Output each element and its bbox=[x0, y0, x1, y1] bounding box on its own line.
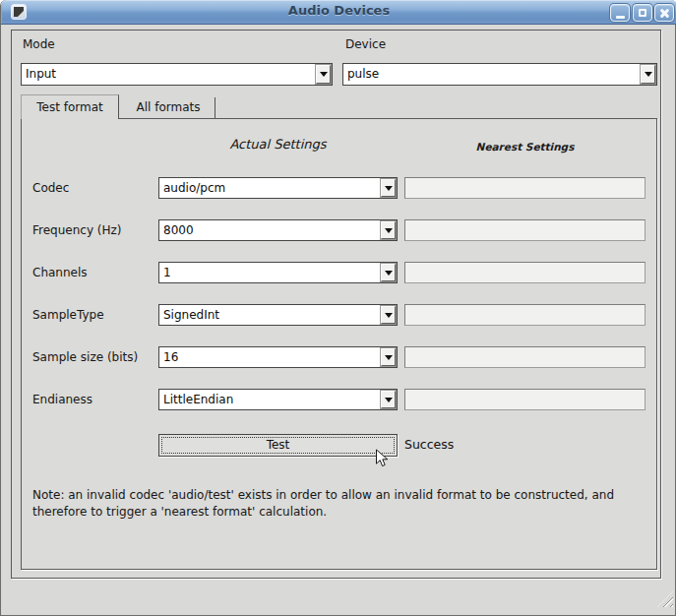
device-label: Device bbox=[345, 37, 386, 51]
codec-label: Codec bbox=[32, 181, 69, 195]
maximize-button[interactable] bbox=[633, 4, 652, 22]
test-button[interactable]: Test bbox=[158, 434, 398, 457]
device-select-value: pulse bbox=[347, 64, 638, 85]
test-button-label: Test bbox=[267, 438, 290, 452]
window-title: Audio Devices bbox=[1, 3, 676, 18]
titlebar[interactable]: Audio Devices bbox=[1, 0, 676, 25]
sampletype-nearest-field bbox=[404, 304, 645, 326]
samplesize-select-dropdown-button[interactable] bbox=[381, 348, 396, 366]
dropdown-arrow-icon bbox=[385, 355, 393, 360]
codec-nearest-field bbox=[404, 177, 645, 199]
samplesize-label: Sample size (bits) bbox=[32, 350, 138, 364]
channels-select[interactable]: 1 bbox=[158, 262, 398, 283]
codec-row: Codec audio/pcm bbox=[22, 177, 656, 200]
content-frame: Mode Device Input pulse Test format All … bbox=[11, 30, 661, 579]
endianess-select-dropdown-button[interactable] bbox=[381, 391, 396, 408]
close-icon bbox=[659, 8, 670, 19]
frequency-label: Frequency (Hz) bbox=[32, 223, 122, 237]
dropdown-arrow-icon bbox=[385, 186, 393, 191]
minimize-button[interactable] bbox=[610, 4, 630, 22]
dropdown-arrow-icon bbox=[645, 72, 652, 77]
samplesize-select[interactable]: 16 bbox=[158, 346, 398, 368]
codec-select[interactable]: audio/pcm bbox=[158, 177, 398, 199]
audio-devices-window: Audio Devices Mode Device Input pulse Te… bbox=[0, 0, 676, 616]
mode-select-dropdown-button[interactable] bbox=[316, 65, 331, 84]
actual-settings-header: Actual Settings bbox=[158, 137, 398, 152]
frequency-select-dropdown-button[interactable] bbox=[381, 221, 396, 239]
dropdown-arrow-icon bbox=[320, 72, 328, 77]
sampletype-label: SampleType bbox=[32, 308, 104, 322]
status-label: Success bbox=[404, 434, 454, 457]
sampletype-row: SampleType SignedInt bbox=[22, 304, 656, 327]
sampletype-select-value: SignedInt bbox=[163, 305, 378, 325]
minimize-icon bbox=[616, 16, 625, 19]
channels-nearest-field bbox=[404, 262, 645, 283]
mode-select[interactable]: Input bbox=[21, 63, 333, 86]
frequency-select[interactable]: 8000 bbox=[158, 219, 398, 241]
close-button[interactable] bbox=[654, 4, 674, 22]
tab-all-formats[interactable]: All formats bbox=[122, 97, 215, 118]
endianess-label: Endianess bbox=[32, 393, 92, 406]
dropdown-arrow-icon bbox=[385, 398, 393, 402]
resize-grip[interactable] bbox=[657, 591, 673, 607]
sampletype-select[interactable]: SignedInt bbox=[158, 304, 398, 326]
test-format-pane: Actual Settings Nearest Settings Codec a… bbox=[21, 118, 657, 570]
nearest-settings-header: Nearest Settings bbox=[404, 141, 645, 153]
channels-select-dropdown-button[interactable] bbox=[381, 264, 396, 281]
endianess-select[interactable]: LittleEndian bbox=[158, 389, 398, 410]
frequency-row: Frequency (Hz) 8000 bbox=[22, 219, 656, 242]
samplesize-row: Sample size (bits) 16 bbox=[22, 346, 656, 369]
endianess-row: Endianess LittleEndian bbox=[22, 389, 656, 411]
endianess-nearest-field bbox=[404, 389, 645, 410]
note-text: Note: an invalid codec 'audio/test' exis… bbox=[32, 487, 635, 521]
endianess-select-value: LittleEndian bbox=[163, 390, 378, 409]
tab-test-format[interactable]: Test format bbox=[21, 94, 119, 119]
samplesize-select-value: 16 bbox=[163, 347, 378, 367]
dropdown-arrow-icon bbox=[385, 313, 393, 318]
dropdown-arrow-icon bbox=[385, 228, 393, 233]
channels-row: Channels 1 bbox=[22, 262, 656, 284]
frequency-nearest-field bbox=[404, 219, 645, 241]
dropdown-arrow-icon bbox=[385, 271, 393, 276]
codec-select-dropdown-button[interactable] bbox=[381, 179, 396, 197]
maximize-icon bbox=[639, 9, 646, 17]
mode-label: Mode bbox=[23, 37, 55, 51]
sampletype-select-dropdown-button[interactable] bbox=[381, 306, 396, 324]
samplesize-nearest-field bbox=[404, 346, 645, 368]
codec-select-value: audio/pcm bbox=[163, 178, 378, 198]
device-select[interactable]: pulse bbox=[342, 63, 657, 86]
channels-select-value: 1 bbox=[163, 263, 378, 282]
channels-label: Channels bbox=[32, 266, 88, 279]
frequency-select-value: 8000 bbox=[163, 220, 378, 240]
mode-select-value: Input bbox=[26, 64, 313, 85]
device-select-dropdown-button[interactable] bbox=[641, 65, 655, 84]
